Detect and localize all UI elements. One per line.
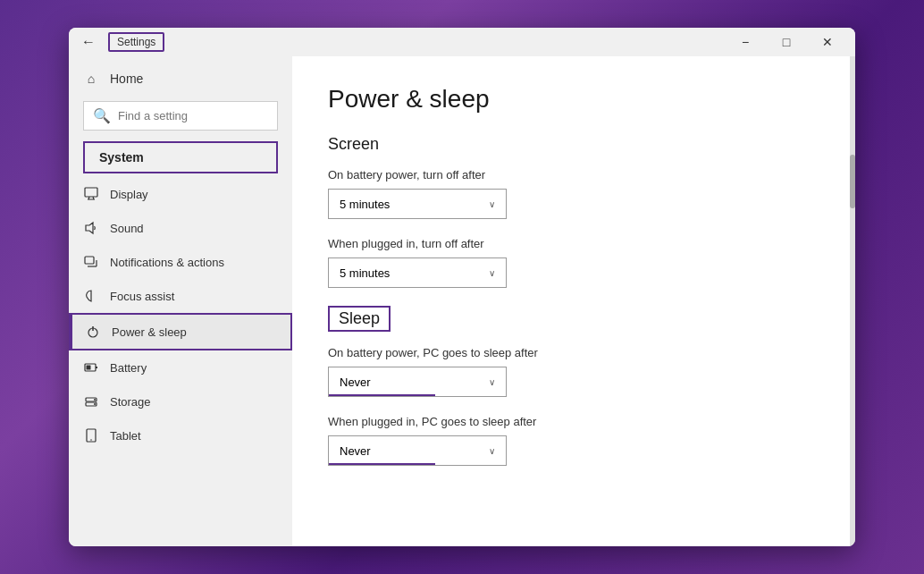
svg-point-16 [94, 403, 96, 405]
close-button[interactable]: ✕ [807, 28, 848, 56]
search-icon: 🔍 [93, 107, 111, 124]
sidebar-item-battery[interactable]: Battery [69, 350, 292, 384]
screen-plugged-dropdown[interactable]: 5 minutes ∨ [328, 257, 507, 288]
chevron-down-icon: ∨ [489, 268, 495, 278]
display-icon [83, 186, 99, 202]
sleep-battery-label: On battery power, PC goes to sleep after [328, 346, 814, 359]
content-area: ⌂ Home 🔍 System Display [69, 56, 855, 546]
sidebar-item-label: Storage [110, 395, 151, 409]
screen-battery-dropdown[interactable]: 5 minutes ∨ [328, 189, 507, 219]
system-label[interactable]: System [83, 141, 278, 173]
power-icon [85, 324, 101, 340]
sidebar-item-label: Power & sleep [112, 325, 187, 339]
search-input[interactable] [118, 109, 268, 122]
settings-window: ← Settings − □ ✕ ⌂ Home 🔍 System [69, 28, 855, 546]
scrollbar[interactable] [850, 56, 855, 546]
sidebar-item-label: Notifications & actions [110, 256, 224, 269]
sleep-plugged-value: Never [340, 444, 371, 458]
sidebar-item-power[interactable]: Power & sleep [69, 313, 292, 350]
screen-plugged-label: When plugged in, turn off after [328, 237, 814, 250]
title-bar: ← Settings − □ ✕ [69, 28, 855, 56]
svg-point-18 [90, 439, 92, 441]
battery-icon [83, 359, 99, 376]
sleep-battery-value: Never [340, 376, 371, 389]
chevron-down-icon: ∨ [489, 199, 495, 209]
screen-battery-value: 5 minutes [340, 198, 390, 211]
sidebar-item-label: Battery [110, 361, 147, 375]
back-button[interactable]: ← [76, 30, 101, 55]
tablet-icon [83, 427, 99, 443]
sound-icon [83, 220, 99, 236]
window-controls: − □ ✕ [725, 28, 848, 56]
screen-section-title: Screen [328, 135, 814, 154]
home-icon: ⌂ [83, 71, 99, 87]
sidebar-item-display[interactable]: Display [69, 177, 292, 211]
sleep-plugged-dropdown[interactable]: Never ∨ [328, 435, 507, 466]
chevron-down-icon: ∨ [489, 446, 495, 456]
sidebar-item-home[interactable]: ⌂ Home [69, 63, 292, 94]
sidebar-item-label: Tablet [110, 429, 141, 443]
sleep-plugged-label: When plugged in, PC goes to sleep after [328, 415, 814, 428]
sidebar-item-focus[interactable]: Focus assist [69, 279, 292, 313]
sidebar-item-notifications[interactable]: Notifications & actions [69, 245, 292, 279]
maximize-button[interactable]: □ [766, 28, 807, 56]
notifications-icon [83, 254, 99, 270]
sidebar-item-storage[interactable]: Storage [69, 384, 292, 418]
minimize-button[interactable]: − [725, 28, 766, 56]
sidebar: ⌂ Home 🔍 System Display [69, 56, 292, 546]
svg-rect-5 [85, 257, 94, 264]
storage-icon [83, 393, 99, 409]
window-title: Settings [108, 32, 164, 52]
sidebar-item-label: Display [110, 188, 148, 201]
svg-rect-12 [87, 366, 91, 370]
focus-icon [83, 288, 99, 304]
svg-point-15 [94, 399, 96, 401]
chevron-down-icon: ∨ [489, 377, 495, 387]
svg-marker-4 [86, 223, 93, 233]
home-label: Home [110, 72, 143, 86]
sidebar-item-label: Sound [110, 222, 144, 235]
main-content: Power & sleep Screen On battery power, t… [292, 56, 850, 546]
sidebar-item-sound[interactable]: Sound [69, 211, 292, 245]
screen-plugged-value: 5 minutes [340, 266, 390, 280]
svg-rect-11 [96, 367, 97, 368]
search-box[interactable]: 🔍 [83, 101, 278, 131]
screen-battery-label: On battery power, turn off after [328, 168, 814, 181]
scrollbar-thumb[interactable] [850, 155, 855, 208]
page-title: Power & sleep [328, 85, 814, 114]
svg-rect-0 [85, 188, 97, 197]
title-bar-left: ← Settings [76, 30, 164, 55]
sleep-section-title: Sleep [328, 306, 391, 332]
sidebar-item-label: Focus assist [110, 290, 174, 303]
sleep-battery-dropdown[interactable]: Never ∨ [328, 367, 507, 397]
sidebar-item-tablet[interactable]: Tablet [69, 418, 292, 452]
